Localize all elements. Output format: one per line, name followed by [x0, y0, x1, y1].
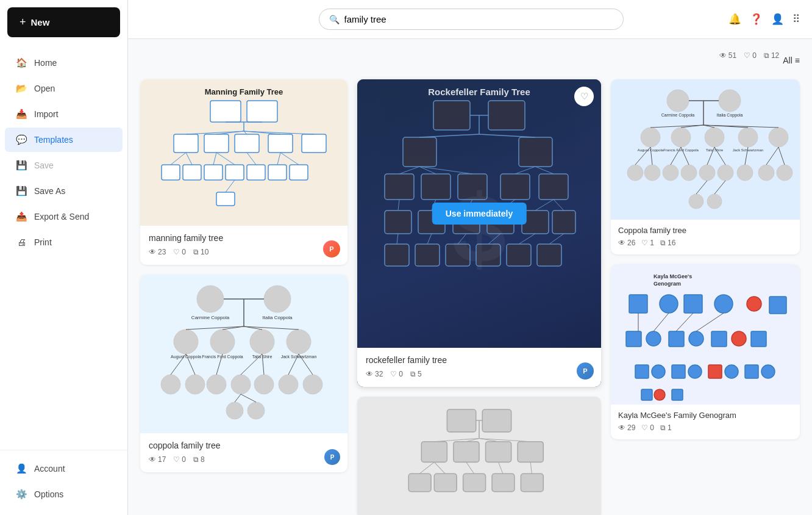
mcgee-views-count: 29	[627, 423, 635, 432]
coppola-left-tree-svg: Carmine Coppola Italia Coppola August Co…	[149, 278, 338, 430]
rockefeller-card[interactable]: ♡ Rockefeller Family Tree	[357, 79, 601, 387]
apps-icon[interactable]: ⠿	[792, 13, 800, 26]
filter-button[interactable]: All ≡	[783, 56, 800, 65]
eye-icon: 👁	[366, 370, 373, 378]
svg-rect-194	[708, 365, 722, 378]
search-input[interactable]	[344, 14, 613, 24]
coppola-left-card[interactable]: Carmine Coppola Italia Coppola August Co…	[140, 275, 347, 472]
svg-rect-91	[552, 211, 575, 234]
svg-rect-198	[641, 389, 652, 400]
sidebar-item-save-label: Save	[34, 160, 54, 170]
svg-point-172	[707, 194, 722, 209]
svg-point-199	[654, 389, 665, 400]
sidebar-item-account[interactable]: 👤 Account	[5, 456, 123, 481]
svg-point-171	[689, 194, 703, 209]
svg-rect-1	[210, 101, 241, 122]
eye-icon: 👁	[149, 455, 156, 464]
svg-rect-86	[385, 211, 411, 234]
svg-line-203	[676, 313, 693, 331]
svg-text:Italia Coppola: Italia Coppola	[717, 113, 743, 118]
use-immediately-btn[interactable]: Use immediately	[432, 203, 527, 225]
print-icon: 🖨	[16, 237, 27, 247]
svg-point-134	[719, 90, 741, 112]
svg-text:Carmine Coppola: Carmine Coppola	[191, 315, 230, 320]
copy-icon: ⧉	[193, 248, 199, 256]
filter-menu-icon: ≡	[795, 56, 800, 65]
mcgee-card-image: Kayla McGee's Genogram	[611, 264, 800, 405]
copy-icon: ⧉	[660, 239, 666, 247]
heart-icon: ♡	[173, 248, 180, 256]
svg-rect-126	[492, 474, 515, 491]
top-views-count: 51	[728, 51, 736, 60]
svg-point-140	[671, 128, 691, 147]
coppola-right-card-info: Coppola family tree 👁 26 ♡ 1 ⧉	[611, 220, 800, 254]
svg-text:$: $	[452, 174, 507, 283]
manning-card[interactable]: Manning Family Tree	[140, 79, 347, 265]
sidebar-item-templates[interactable]: 💬 Templates	[5, 128, 123, 152]
sidebar-item-export-label: Export & Send	[34, 212, 89, 221]
saveas-icon: 💾	[16, 185, 27, 196]
top-likes-stat: ♡ 0	[744, 51, 757, 60]
sidebar-item-home[interactable]: 🏠 Home	[5, 51, 123, 75]
svg-rect-77	[421, 174, 451, 200]
svg-line-174	[714, 181, 725, 194]
coppola-left-card-info: coppola family tree 👁 17 ♡ 0 ⧉	[140, 433, 347, 472]
rockefeller-views: 👁 32	[366, 370, 383, 378]
coppola-left-card-title: coppola family tree	[149, 441, 339, 450]
svg-rect-115	[421, 442, 447, 463]
sidebar-item-import[interactable]: 📥 Import	[5, 102, 123, 126]
svg-text:Genogram: Genogram	[654, 281, 681, 287]
svg-line-24	[213, 153, 216, 165]
plus-icon: +	[20, 16, 26, 29]
svg-line-81	[399, 167, 419, 174]
copy-icon: ⧉	[410, 370, 416, 378]
heart-icon: ♡	[173, 455, 180, 464]
svg-point-54	[279, 375, 298, 394]
svg-point-153	[627, 165, 643, 181]
svg-rect-18	[226, 165, 244, 180]
coppola-right-card-stats: 👁 26 ♡ 1 ⧉ 16	[618, 239, 792, 247]
top-stats: 👁 51 ♡ 0 ⧉ 12	[719, 51, 779, 60]
bottom-middle-card[interactable]	[357, 397, 601, 515]
sidebar-item-saveas[interactable]: 💾 Save As	[5, 179, 123, 203]
bottom-middle-card-image	[357, 397, 601, 515]
manning-card-info: manning family tree 👁 23 ♡ 0 ⧉	[140, 226, 347, 265]
svg-line-131	[499, 462, 503, 474]
sidebar-item-export[interactable]: 📤 Export & Send	[5, 204, 123, 229]
new-button[interactable]: + New	[7, 7, 120, 37]
svg-rect-189	[751, 331, 766, 347]
coppola-left-card-image: Carmine Coppola Italia Coppola August Co…	[140, 275, 347, 433]
heart-icon: ♡	[744, 51, 750, 60]
coppola-left-copies-count: 8	[201, 455, 205, 464]
notification-icon[interactable]: 🔔	[728, 13, 741, 26]
sidebar-item-home-label: Home	[34, 58, 57, 68]
help-icon[interactable]: ❓	[750, 13, 763, 26]
svg-line-128	[419, 462, 434, 474]
svg-rect-200	[672, 389, 683, 400]
search-bar[interactable]: 🔍	[319, 9, 624, 30]
mcgee-card[interactable]: Kayla McGee's Genogram	[611, 264, 800, 439]
sidebar-item-saveas-label: Save As	[34, 186, 65, 196]
svg-rect-125	[463, 474, 486, 491]
svg-rect-69	[488, 101, 525, 130]
templates-icon: 💬	[16, 134, 27, 145]
sidebar-item-print[interactable]: 🖨 Print	[5, 230, 123, 254]
svg-point-197	[761, 365, 775, 378]
eye-icon: 👁	[618, 423, 625, 432]
user-icon[interactable]: 👤	[771, 13, 784, 26]
svg-rect-102	[507, 244, 531, 266]
svg-point-37	[174, 330, 198, 354]
svg-point-159	[737, 165, 753, 181]
copy-icon: ⧉	[660, 423, 666, 432]
svg-line-23	[186, 153, 192, 165]
svg-rect-183	[626, 331, 641, 347]
svg-rect-196	[745, 365, 758, 378]
options-icon: ⚙️	[16, 489, 27, 500]
home-icon: 🏠	[16, 57, 27, 68]
eye-icon: 👁	[149, 248, 156, 256]
coppola-right-card[interactable]: Carmine Coppola Italia Coppola August Co…	[611, 79, 800, 254]
svg-line-108	[519, 234, 535, 244]
sidebar-item-options[interactable]: ⚙️ Options	[5, 482, 123, 506]
coppola-right-likes: ♡ 1	[641, 239, 654, 247]
sidebar-item-open[interactable]: 📂 Open	[5, 76, 123, 101]
